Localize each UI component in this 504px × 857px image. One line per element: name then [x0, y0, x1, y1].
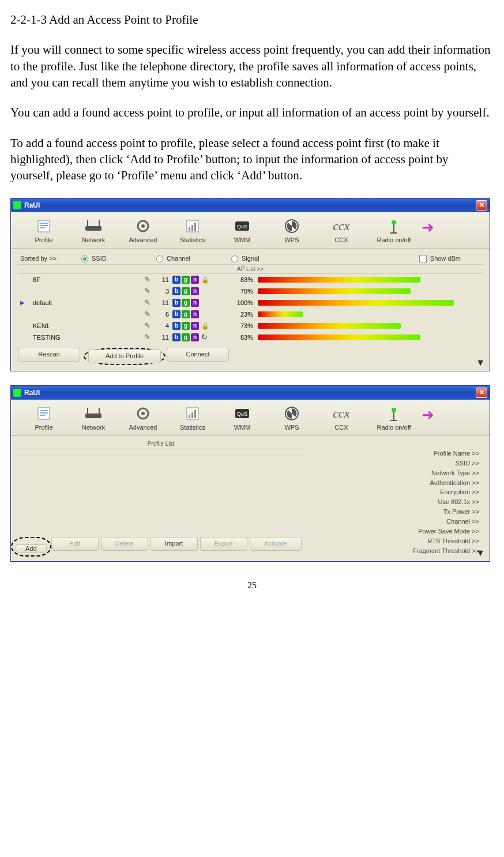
- section-heading: 2-2-1-3 Add an Access Point to Profile: [10, 12, 494, 28]
- tab-advanced-label: Advanced: [129, 236, 157, 243]
- paragraph-3: To add a found access point to profile, …: [10, 135, 494, 184]
- note-icon: ✎: [141, 275, 153, 285]
- profile-list-box[interactable]: [17, 449, 305, 542]
- router-icon: [82, 219, 105, 233]
- tab-wps-label: WPS: [284, 236, 299, 243]
- show-dbm-checkbox[interactable]: Show dBm: [419, 254, 461, 263]
- mode-b-icon: b: [172, 276, 180, 284]
- sort-ssid-label: SSID: [92, 255, 107, 262]
- mode-n-icon: n: [191, 299, 199, 307]
- tab-profile[interactable]: Profile: [19, 404, 69, 435]
- tab-advanced[interactable]: Advanced: [118, 216, 168, 248]
- add-button[interactable]: Add: [16, 544, 47, 552]
- add-highlight: Add: [11, 537, 51, 557]
- arrow-out-icon[interactable]: ➜: [422, 405, 439, 435]
- mode-g-icon: g: [182, 276, 190, 284]
- ap-list-header: AP List >>: [17, 264, 484, 275]
- expand-down-icon[interactable]: ▼: [476, 547, 485, 559]
- field-profile-name: Profile Name >>: [311, 449, 484, 458]
- tab-wmm[interactable]: QoS WMM: [217, 404, 267, 435]
- gear-icon: [135, 218, 151, 234]
- ap-signal-bar: [258, 300, 454, 306]
- ap-channel: 4: [153, 322, 172, 330]
- sorted-by-label: Sorted by >>: [17, 254, 81, 263]
- tab-radio[interactable]: Radio on/off: [366, 404, 422, 435]
- close-icon[interactable]: ✕: [476, 200, 487, 211]
- add-to-profile-button[interactable]: Add to Profile: [88, 349, 161, 363]
- svg-rect-1: [40, 223, 48, 224]
- svg-text:QoS: QoS: [237, 224, 247, 230]
- tab-ccx[interactable]: ccx CCX: [317, 216, 366, 248]
- import-button[interactable]: Import: [151, 537, 198, 551]
- sort-by-channel[interactable]: Channel: [156, 254, 231, 263]
- ap-channel: 11: [153, 333, 172, 342]
- edit-button[interactable]: Edit: [51, 537, 99, 551]
- ap-modes: bgn: [172, 299, 223, 307]
- ap-signal-percent: 73%: [223, 322, 258, 330]
- tab-wps[interactable]: WPS: [267, 216, 317, 248]
- note-icon: ✎: [141, 298, 153, 308]
- tab-radio-label: Radio on/off: [377, 424, 411, 431]
- wps-icon: [284, 405, 300, 422]
- tab-network[interactable]: Network: [69, 404, 118, 435]
- svg-rect-22: [40, 415, 46, 416]
- tab-ccx[interactable]: ccx CCX: [317, 404, 366, 435]
- screenshot-network-view: RaUI ✕ Profile Network Advanced Statisti…: [10, 198, 490, 371]
- tab-statistics-label: Statistics: [180, 236, 205, 243]
- ap-channel: 3: [153, 287, 172, 296]
- ap-channel: 11: [153, 299, 172, 307]
- activate-button[interactable]: Activate: [250, 537, 302, 551]
- ap-signal-percent: 83%: [223, 276, 258, 284]
- ap-signal-percent: 78%: [223, 287, 258, 296]
- delete-button[interactable]: Delete: [101, 537, 148, 551]
- svg-point-35: [392, 408, 396, 412]
- tab-radio-label: Radio on/off: [377, 236, 411, 243]
- mode-n-icon: n: [191, 310, 199, 318]
- ccx-icon: ccx: [333, 405, 349, 422]
- tab-network[interactable]: Network: [69, 216, 118, 248]
- ap-row[interactable]: ✎6bgn23%: [17, 309, 484, 320]
- close-icon[interactable]: ✕: [476, 388, 487, 398]
- sort-by-ssid[interactable]: SSID: [81, 254, 156, 263]
- qos-icon: QoS: [234, 218, 250, 234]
- expand-down-icon[interactable]: ▼: [476, 356, 485, 369]
- tab-profile-label: Profile: [35, 424, 52, 431]
- profile-icon: [36, 218, 52, 234]
- ap-modes: bgn↻: [172, 332, 223, 343]
- field-network-type: Network Type >>: [311, 468, 484, 478]
- main-toolbar: Profile Network Advanced Statistics QoS …: [11, 212, 490, 249]
- rescan-button[interactable]: Rescan: [18, 348, 80, 362]
- ap-signal-bar: [258, 311, 454, 317]
- ap-modes: bgn: [172, 310, 223, 318]
- svg-text:QoS: QoS: [237, 411, 247, 417]
- sort-by-signal[interactable]: Signal: [231, 254, 306, 263]
- connect-button[interactable]: Connect: [167, 348, 229, 362]
- arrow-out-icon[interactable]: ➜: [422, 217, 439, 248]
- ap-row[interactable]: KEN1✎4bgn🔒73%: [17, 320, 484, 332]
- ap-row[interactable]: ✎3bgn78%: [17, 285, 484, 297]
- app-icon: [13, 201, 21, 209]
- tab-statistics[interactable]: Statistics: [168, 404, 217, 435]
- tab-advanced[interactable]: Advanced: [118, 404, 168, 435]
- tab-wmm-label: WMM: [234, 236, 251, 243]
- sort-signal-label: Signal: [242, 255, 259, 262]
- field-use-8021x: Use 802.1x >>: [311, 497, 484, 507]
- export-button[interactable]: Export: [200, 537, 247, 551]
- tab-wps[interactable]: WPS: [267, 404, 317, 435]
- mode-b-icon: b: [172, 333, 180, 341]
- mode-n-icon: n: [191, 333, 199, 341]
- ap-row[interactable]: default✎11bgn100%: [17, 297, 484, 309]
- lock-icon: 🔒: [201, 276, 209, 284]
- lock-icon: 🔒: [201, 322, 209, 330]
- mode-b-icon: b: [172, 310, 180, 318]
- tab-profile[interactable]: Profile: [19, 216, 69, 248]
- statistics-icon: [185, 218, 201, 234]
- tab-wmm[interactable]: QoS WMM: [217, 216, 267, 248]
- tab-radio[interactable]: Radio on/off: [366, 216, 422, 248]
- profile-icon: [36, 405, 52, 422]
- ap-row[interactable]: TESTING✎11bgn↻83%: [17, 332, 484, 343]
- ap-row[interactable]: 6F✎11bgn🔒83%: [17, 274, 484, 285]
- tab-statistics[interactable]: Statistics: [168, 216, 217, 248]
- tab-ccx-label: CCX: [334, 424, 348, 431]
- add-to-profile-highlight: Add to Profile: [84, 348, 166, 365]
